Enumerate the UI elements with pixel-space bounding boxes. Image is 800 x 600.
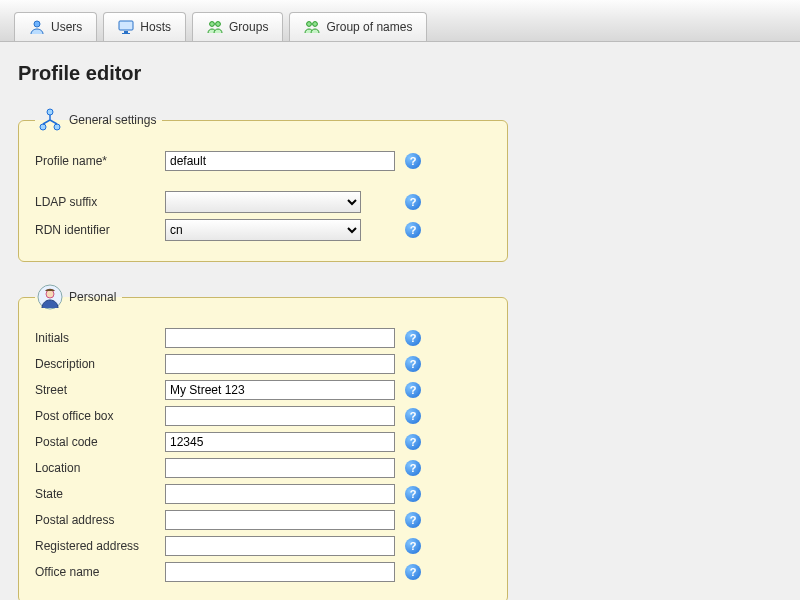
help-icon[interactable]: ? (405, 408, 421, 424)
svg-point-5 (216, 22, 221, 27)
row-office-name: Office name? (35, 562, 491, 582)
location-label: Location (35, 461, 165, 475)
row-postal-address: Postal address? (35, 510, 491, 530)
tab-hosts[interactable]: Hosts (103, 12, 186, 41)
row-post-office-box: Post office box? (35, 406, 491, 426)
registered-address-label: Registered address (35, 539, 165, 553)
legend-label: Personal (69, 290, 116, 304)
initials-input[interactable] (165, 328, 395, 348)
page-title: Profile editor (18, 62, 782, 85)
ldap-suffix-select[interactable] (165, 191, 361, 213)
person-icon (37, 284, 63, 310)
rdn-select[interactable]: cn (165, 219, 361, 241)
post-office-box-label: Post office box (35, 409, 165, 423)
street-input[interactable] (165, 380, 395, 400)
profile-name-label: Profile name* (35, 154, 165, 168)
personal-box: Personal Initials?Description?Street?Pos… (18, 284, 508, 600)
svg-point-9 (40, 124, 46, 130)
street-label: Street (35, 383, 165, 397)
location-input[interactable] (165, 458, 395, 478)
svg-rect-2 (124, 31, 128, 33)
row-rdn-identifier: RDN identifier cn ? (35, 219, 491, 241)
help-icon[interactable]: ? (405, 460, 421, 476)
help-icon[interactable]: ? (405, 538, 421, 554)
help-icon[interactable]: ? (405, 434, 421, 450)
tree-icon (37, 107, 63, 133)
general-settings-legend: General settings (35, 107, 162, 133)
help-icon[interactable]: ? (405, 153, 421, 169)
initials-label: Initials (35, 331, 165, 345)
tab-label: Group of names (326, 20, 412, 34)
monitor-icon (118, 19, 134, 35)
row-description: Description? (35, 354, 491, 374)
description-input[interactable] (165, 354, 395, 374)
svg-point-0 (34, 21, 40, 27)
state-input[interactable] (165, 484, 395, 504)
rdn-label: RDN identifier (35, 223, 165, 237)
user-icon (29, 19, 45, 35)
row-initials: Initials? (35, 328, 491, 348)
office-name-label: Office name (35, 565, 165, 579)
tab-label: Groups (229, 20, 268, 34)
svg-point-4 (210, 22, 215, 27)
post-office-box-input[interactable] (165, 406, 395, 426)
tab-users[interactable]: Users (14, 12, 97, 41)
tab-groups[interactable]: Groups (192, 12, 283, 41)
help-icon[interactable]: ? (405, 330, 421, 346)
postal-code-label: Postal code (35, 435, 165, 449)
office-name-input[interactable] (165, 562, 395, 582)
tab-bar: Users Hosts Groups Group of names (0, 0, 800, 42)
svg-point-7 (313, 22, 318, 27)
help-icon[interactable]: ? (405, 382, 421, 398)
row-profile-name: Profile name* ? (35, 151, 491, 171)
postal-code-input[interactable] (165, 432, 395, 452)
row-postal-code: Postal code? (35, 432, 491, 452)
help-icon[interactable]: ? (405, 486, 421, 502)
row-location: Location? (35, 458, 491, 478)
help-icon[interactable]: ? (405, 564, 421, 580)
general-settings-box: General settings Profile name* ? LDAP su… (18, 107, 508, 262)
svg-point-8 (47, 109, 53, 115)
profile-name-input[interactable] (165, 151, 395, 171)
tab-label: Users (51, 20, 82, 34)
state-label: State (35, 487, 165, 501)
registered-address-input[interactable] (165, 536, 395, 556)
description-label: Description (35, 357, 165, 371)
row-street: Street? (35, 380, 491, 400)
help-icon[interactable]: ? (405, 194, 421, 210)
row-ldap-suffix: LDAP suffix ? (35, 191, 491, 213)
tab-group-of-names[interactable]: Group of names (289, 12, 427, 41)
help-icon[interactable]: ? (405, 356, 421, 372)
svg-rect-3 (122, 33, 130, 34)
svg-rect-1 (119, 21, 133, 30)
group-names-icon (304, 19, 320, 35)
postal-address-label: Postal address (35, 513, 165, 527)
row-registered-address: Registered address? (35, 536, 491, 556)
help-icon[interactable]: ? (405, 222, 421, 238)
svg-point-6 (307, 22, 312, 27)
help-icon[interactable]: ? (405, 512, 421, 528)
ldap-suffix-label: LDAP suffix (35, 195, 165, 209)
postal-address-input[interactable] (165, 510, 395, 530)
row-state: State? (35, 484, 491, 504)
svg-point-10 (54, 124, 60, 130)
legend-label: General settings (69, 113, 156, 127)
personal-legend: Personal (35, 284, 122, 310)
svg-point-12 (46, 290, 54, 298)
group-icon (207, 19, 223, 35)
tab-label: Hosts (140, 20, 171, 34)
